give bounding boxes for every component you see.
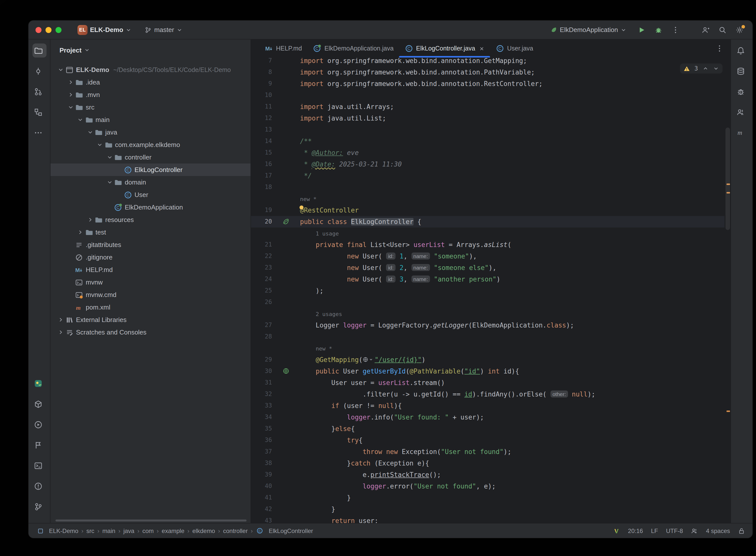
chevron-down-icon[interactable]: [105, 178, 114, 186]
code-line[interactable]: 15 * @Author: eve: [251, 147, 724, 159]
line-number[interactable]: 34: [251, 412, 280, 423]
line-number[interactable]: 30: [251, 366, 280, 377]
prev-problem-icon[interactable]: [702, 66, 709, 71]
error-stripe-mark[interactable]: [726, 411, 730, 412]
close-icon[interactable]: [479, 46, 485, 51]
chevron-down-icon[interactable]: [86, 128, 94, 136]
line-number[interactable]: 42: [251, 503, 280, 515]
line-number[interactable]: 36: [251, 435, 280, 446]
tree-item-user[interactable]: CUser: [50, 188, 250, 201]
code-with-me-icon[interactable]: [699, 24, 712, 36]
code-line[interactable]: 41 }: [251, 492, 724, 503]
code-line[interactable]: 18: [251, 181, 724, 193]
tree-item-pom-xml[interactable]: mpom.xml: [50, 301, 250, 313]
line-number[interactable]: 38: [251, 457, 280, 469]
code-line[interactable]: 36 try{: [251, 435, 724, 446]
code-line[interactable]: 8import org.springframework.web.bind.ann…: [251, 67, 724, 78]
chevron-right-icon[interactable]: [57, 316, 65, 324]
code-line[interactable]: 38 }catch (Exception e){: [251, 457, 724, 469]
line-number[interactable]: 9: [251, 78, 280, 90]
code-line[interactable]: 13: [251, 124, 724, 136]
tree-item-gitignore[interactable]: .gitignore: [50, 251, 250, 264]
line-number[interactable]: 22: [251, 250, 280, 262]
code-line[interactable]: 7import org.springframework.web.bind.ann…: [251, 58, 724, 67]
collaboration-icon[interactable]: [691, 527, 698, 534]
line-number[interactable]: 39: [251, 469, 280, 481]
inlay-row[interactable]: 1 usage: [251, 228, 724, 239]
breadcrumb-item-src[interactable]: src: [86, 527, 94, 534]
chevron-down-icon[interactable]: [76, 116, 84, 124]
tree-item-com-example-elkdemo[interactable]: com.example.elkdemo: [50, 139, 250, 151]
tree-item-elk-demo[interactable]: ELK-Demo~/Desktop/CS/Tools/ELK/Code/ELK-…: [50, 64, 250, 76]
line-number[interactable]: 11: [251, 101, 280, 112]
code-line[interactable]: 24 new User( id: 3, name: "another perso…: [251, 274, 724, 285]
breadcrumb-item-elk-demo[interactable]: ELK-Demo: [36, 527, 78, 535]
zoom-window-button[interactable]: [56, 27, 62, 33]
tree-item-mvn[interactable]: .mvn: [50, 89, 250, 101]
run-button[interactable]: [635, 24, 648, 36]
line-number[interactable]: 37: [251, 446, 280, 457]
chevron-right-icon[interactable]: [66, 91, 75, 99]
tree-item-external-libraries[interactable]: External Libraries: [50, 313, 250, 326]
branch-widget[interactable]: master: [142, 25, 185, 35]
mapping-gutter-icon[interactable]: [280, 366, 295, 377]
code-line[interactable]: 34 logger.info("User found: " + user);: [251, 412, 724, 423]
code-line[interactable]: 10: [251, 90, 724, 101]
line-number[interactable]: 17: [251, 170, 280, 181]
code-line[interactable]: 42 }: [251, 503, 724, 515]
tab-elklogcontroller-java[interactable]: CElkLogController.java: [399, 39, 490, 58]
tree-item-scratches-and-consoles[interactable]: Scratches and Consoles: [50, 326, 250, 339]
code-line[interactable]: 43 return user;: [251, 515, 724, 523]
unlock-icon[interactable]: [738, 527, 745, 534]
project-widget[interactable]: EL ELK-Demo: [74, 23, 135, 36]
tab-options-icon[interactable]: [709, 39, 730, 58]
code-line[interactable]: 29 @GetMapping("/user/{id}"): [251, 354, 724, 366]
code-line[interactable]: 14/**: [251, 136, 724, 147]
chevron-right-icon[interactable]: [86, 216, 94, 224]
breadcrumb-item-example[interactable]: example: [162, 527, 184, 534]
line-number[interactable]: 43: [251, 515, 280, 523]
notifications-button[interactable]: [735, 43, 749, 58]
more-button[interactable]: [32, 126, 46, 139]
tree-item-src[interactable]: src: [50, 101, 250, 113]
line-number[interactable]: 21: [251, 239, 280, 250]
line-number[interactable]: 33: [251, 400, 280, 412]
code-line[interactable]: 35 }else{: [251, 423, 724, 435]
search-icon[interactable]: [717, 24, 728, 36]
problems-button[interactable]: [32, 479, 46, 493]
inlay-row[interactable]: new *: [251, 343, 724, 354]
spring-gutter-icon[interactable]: [280, 216, 295, 228]
code-line[interactable]: 12import java.util.List;: [251, 112, 724, 124]
tree-item-main[interactable]: main: [50, 113, 250, 126]
tree-item-controller[interactable]: controller: [50, 151, 250, 164]
line-number[interactable]: 18: [251, 181, 280, 193]
inlay-hint[interactable]: 1 usage: [316, 231, 339, 237]
chevron-right-icon[interactable]: [76, 228, 84, 236]
pull-requests-button[interactable]: [32, 84, 46, 99]
tree-item-help-md[interactable]: MHELP.md: [50, 264, 250, 276]
chevron-down-icon[interactable]: [96, 141, 104, 149]
line-number[interactable]: 15: [251, 147, 280, 159]
minimize-window-button[interactable]: [45, 27, 51, 33]
line-number[interactable]: 32: [251, 388, 280, 400]
code-line[interactable]: 19@RestController: [251, 205, 724, 216]
vim-icon[interactable]: V: [613, 527, 620, 534]
code-line[interactable]: 26: [251, 297, 724, 308]
users-button[interactable]: [735, 105, 749, 119]
line-ending[interactable]: LF: [651, 527, 658, 534]
code-line[interactable]: 28: [251, 331, 724, 343]
more-actions-icon[interactable]: [669, 24, 682, 36]
tree-item-mvnw[interactable]: mvnw: [50, 276, 250, 288]
code-line[interactable]: 17 */: [251, 170, 724, 181]
line-number[interactable]: 27: [251, 319, 280, 331]
code-line[interactable]: 32 .filter(u -> u.getId() == id).findAny…: [251, 388, 724, 400]
code-line[interactable]: 39 e.printStackTrace();: [251, 469, 724, 481]
horizontal-scrollbar[interactable]: [56, 520, 246, 521]
caret-position[interactable]: 20:16: [628, 527, 643, 534]
run-configuration-selector[interactable]: ElkDemoApplication: [547, 25, 629, 35]
code-line[interactable]: 21 private final List<User> userList = A…: [251, 239, 724, 250]
line-number[interactable]: 41: [251, 492, 280, 503]
project-folder-button[interactable]: [32, 43, 46, 58]
line-number[interactable]: 25: [251, 285, 280, 297]
tab-elkdemoapplication-java[interactable]: CElkDemoApplication.java: [308, 39, 399, 58]
